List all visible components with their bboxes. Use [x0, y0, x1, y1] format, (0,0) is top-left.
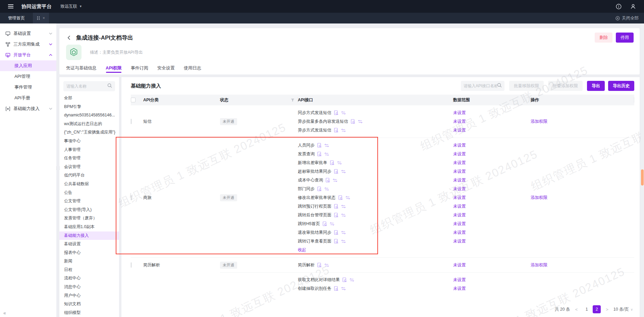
add-permission-link[interactable]: 添加权限	[531, 195, 547, 200]
api-swap-icon[interactable]	[324, 152, 329, 156]
app-list-item[interactable]: 基础设置	[59, 240, 119, 249]
scrollbar-thumb[interactable]	[641, 169, 644, 186]
api-swap-icon[interactable]	[324, 144, 329, 147]
api-swap-icon[interactable]	[341, 170, 346, 173]
api-doc-icon[interactable]	[338, 195, 343, 200]
hamburger-icon[interactable]	[8, 4, 13, 9]
add-permission-link[interactable]: 添加权限	[531, 263, 547, 267]
tab-current-page[interactable]: ×	[33, 13, 49, 23]
export-button[interactable]: 导出	[587, 81, 605, 91]
api-swap-icon[interactable]	[324, 263, 329, 267]
not-set-link[interactable]: 未设置	[453, 204, 466, 209]
not-set-link[interactable]: 未设置	[453, 262, 466, 268]
tab-使用日志[interactable]: 使用日志	[184, 62, 201, 74]
tab-安全设置[interactable]: 安全设置	[157, 62, 175, 74]
sidebar-item-基础能力接入[interactable]: 基础能力接入	[0, 103, 56, 114]
app-list-item[interactable]: 用户中心	[59, 292, 119, 300]
app-list-item[interactable]: 事项中心	[59, 137, 119, 146]
app-list-item[interactable]: 发票管理（废弃）	[59, 214, 119, 223]
not-set-link[interactable]: 未设置	[453, 151, 466, 157]
api-doc-icon[interactable]	[342, 277, 347, 282]
app-list-item[interactable]: {"zh_CN":"王俊骢集成应用"}	[59, 128, 119, 137]
not-set-link[interactable]: 未设置	[453, 239, 466, 244]
app-list-item[interactable]: 消息中心	[59, 283, 119, 292]
sidebar-subitem-API手册[interactable]: API手册	[0, 93, 56, 103]
tab-事件订阅[interactable]: 事件订阅	[131, 62, 148, 74]
api-swap-icon[interactable]	[341, 128, 346, 132]
app-list-item[interactable]: 公共基础数据	[59, 180, 119, 189]
api-swap-icon[interactable]	[330, 222, 334, 226]
filter-funnel-icon[interactable]	[291, 98, 294, 102]
row-checkbox[interactable]	[131, 119, 131, 124]
sidebar-subitem-接入应用[interactable]: 接入应用	[0, 60, 56, 71]
sidebar-item-基础设置[interactable]: 基础设置	[0, 28, 56, 39]
row-checkbox[interactable]	[131, 195, 131, 200]
page-number-2[interactable]: 2	[593, 305, 601, 313]
api-swap-icon[interactable]	[341, 231, 346, 234]
app-list-item[interactable]: 任务管理	[59, 154, 119, 163]
app-list-item[interactable]: 基础能力接入	[59, 231, 119, 240]
app-list-item[interactable]: 报表中心	[59, 249, 119, 257]
sidebar-item-三方应用集成[interactable]: 三方应用集成	[0, 39, 56, 50]
api-swap-icon[interactable]	[333, 178, 337, 182]
page-number-1[interactable]: 1	[583, 305, 591, 313]
app-list-item[interactable]: 新闻	[59, 257, 119, 266]
api-doc-icon[interactable]	[317, 187, 322, 191]
app-list-item[interactable]: 会议管理	[59, 163, 119, 171]
app-list-item[interactable]: 公文管理(导入)	[59, 206, 119, 214]
search-icon[interactable]	[497, 83, 502, 89]
api-doc-icon[interactable]	[334, 286, 338, 291]
close-tab-icon[interactable]: ×	[43, 16, 45, 20]
app-search-input[interactable]	[66, 84, 107, 89]
sidebar-subitem-事件管理[interactable]: 事件管理	[0, 82, 56, 93]
api-doc-icon[interactable]	[334, 230, 338, 235]
collapse-link[interactable]: 收起	[298, 247, 306, 253]
search-icon[interactable]	[107, 83, 112, 89]
api-doc-icon[interactable]	[334, 204, 338, 209]
api-swap-icon[interactable]	[324, 187, 329, 191]
app-list-item[interactable]: 公告	[59, 189, 119, 197]
api-doc-icon[interactable]	[334, 213, 338, 217]
batch-remove-button[interactable]: 批量移除权限	[509, 81, 544, 91]
sidebar-subitem-API管理[interactable]: API管理	[0, 71, 56, 82]
api-doc-icon[interactable]	[326, 178, 330, 182]
sidebar-drag-handle[interactable]: ⋮⋮	[55, 166, 61, 170]
tab-凭证与基础信息[interactable]: 凭证与基础信息	[66, 62, 97, 74]
api-doc-icon[interactable]	[323, 221, 327, 226]
app-list-item[interactable]: 流程中心	[59, 274, 119, 283]
app-list-item[interactable]: 基础应用1.0副本	[59, 223, 119, 231]
not-set-link[interactable]: 未设置	[453, 230, 466, 235]
api-doc-icon[interactable]	[330, 160, 334, 165]
app-list-item[interactable]: dynamic50351458556146...	[59, 111, 119, 120]
collapse-corner-icon[interactable]: «	[3, 310, 6, 316]
app-list-item[interactable]: 日程	[59, 266, 119, 274]
sidebar-item-开放平台[interactable]: 开放平台	[0, 50, 56, 60]
not-set-link[interactable]: 未设置	[453, 127, 466, 133]
info-icon[interactable]	[616, 4, 622, 9]
not-set-link[interactable]: 未设置	[453, 186, 466, 192]
api-swap-icon[interactable]	[350, 278, 354, 282]
tab-API权限[interactable]: API权限	[106, 62, 122, 74]
app-list-item[interactable]: BPM引擎	[59, 103, 119, 111]
api-swap-icon[interactable]	[337, 161, 342, 165]
api-doc-icon[interactable]	[317, 263, 322, 267]
add-permission-link[interactable]: 添加权限	[531, 119, 547, 124]
api-doc-icon[interactable]	[334, 239, 338, 244]
tab-admin-home[interactable]: 管理首页	[5, 15, 28, 21]
not-set-link[interactable]: 未设置	[453, 221, 466, 227]
api-swap-icon[interactable]	[345, 196, 350, 200]
api-doc-icon[interactable]	[334, 128, 338, 133]
api-swap-icon[interactable]	[358, 120, 363, 123]
app-list-item[interactable]: wx测试运行态日志的	[59, 120, 119, 128]
not-set-link[interactable]: 未设置	[453, 119, 466, 124]
stop-button[interactable]: 停用	[616, 33, 634, 43]
api-doc-icon[interactable]	[334, 110, 338, 115]
prev-page-icon[interactable]: <	[575, 307, 578, 312]
not-set-link[interactable]: 未设置	[453, 195, 466, 201]
page-size-select[interactable]: 10 条/页 ∨	[613, 307, 633, 312]
api-swap-icon[interactable]	[341, 213, 346, 217]
not-set-link[interactable]: 未设置	[453, 169, 466, 174]
next-page-icon[interactable]: >	[606, 307, 608, 312]
delete-button[interactable]: 删除	[595, 33, 612, 43]
not-set-link[interactable]: 未设置	[453, 277, 466, 283]
